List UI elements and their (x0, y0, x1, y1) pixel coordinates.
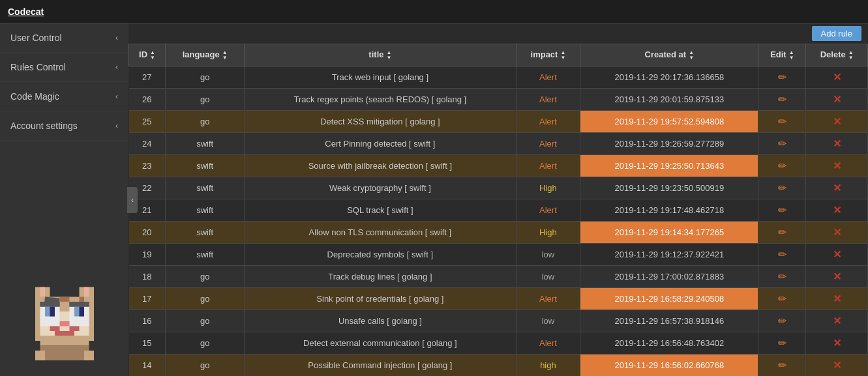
cell-created-at: 2019-11-29 16:57:38.918146 (580, 310, 758, 332)
col-title[interactable]: title▲▼ (245, 44, 516, 66)
cell-edit[interactable]: ✏ (758, 354, 806, 376)
cell-created-at: 2019-11-29 19:25:50.713643 (580, 154, 758, 177)
edit-button[interactable]: ✏ (774, 358, 790, 373)
delete-button[interactable]: ✕ (829, 291, 845, 306)
svg-rect-22 (69, 326, 79, 332)
delete-button[interactable]: ✕ (829, 269, 845, 284)
col-impact[interactable]: impact▲▼ (516, 44, 580, 66)
edit-button[interactable]: ✏ (774, 114, 790, 129)
cell-edit[interactable]: ✏ (758, 132, 806, 154)
edit-button[interactable]: ✏ (774, 291, 790, 306)
table-wrapper[interactable]: ID▲▼language▲▼title▲▼impact▲▼Created at▲… (128, 44, 868, 376)
cell-delete[interactable]: ✕ (806, 199, 868, 221)
sort-arrows-icon: ▲▼ (848, 50, 854, 61)
cell-delete[interactable]: ✕ (806, 66, 868, 88)
sort-arrows-icon: ▲▼ (222, 50, 228, 61)
cell-impact: Alert (516, 199, 580, 221)
cell-edit[interactable]: ✏ (758, 154, 806, 177)
chevron-icon: ‹ (115, 92, 118, 101)
svg-rect-24 (40, 336, 89, 346)
delete-button[interactable]: ✕ (829, 203, 845, 218)
col-edit[interactable]: Edit▲▼ (758, 44, 806, 66)
svg-rect-15 (50, 307, 55, 317)
table-head: ID▲▼language▲▼title▲▼impact▲▼Created at▲… (129, 44, 868, 66)
edit-button[interactable]: ✏ (774, 92, 790, 107)
cell-edit[interactable]: ✏ (758, 332, 806, 354)
add-rule-button[interactable]: Add rule (812, 26, 861, 41)
cell-delete[interactable]: ✕ (806, 265, 868, 287)
edit-button[interactable]: ✏ (774, 225, 790, 240)
table-row: 17goSink point of credentials [ golang ]… (129, 287, 868, 310)
edit-button[interactable]: ✏ (774, 313, 790, 328)
cell-delete[interactable]: ✕ (806, 354, 868, 376)
col-delete[interactable]: Delete▲▼ (806, 44, 868, 66)
cell-edit[interactable]: ✏ (758, 110, 806, 132)
table-row: 15goDetect external communication [ gola… (129, 332, 868, 354)
sort-arrows-icon: ▲▼ (560, 50, 565, 61)
delete-button[interactable]: ✕ (829, 225, 845, 240)
edit-button[interactable]: ✏ (774, 158, 790, 173)
cell-impact: low (516, 265, 580, 287)
delete-button[interactable]: ✕ (829, 313, 845, 328)
edit-button[interactable]: ✏ (774, 136, 790, 151)
delete-button[interactable]: ✕ (829, 158, 845, 173)
cell-edit[interactable]: ✏ (758, 243, 806, 265)
edit-button[interactable]: ✏ (774, 70, 790, 85)
cell-edit[interactable]: ✏ (758, 265, 806, 287)
cell-title: Source with jailbreak detection [ swift … (245, 154, 516, 177)
cell-impact: High (516, 177, 580, 199)
cell-title: Weak cryptography [ swift ] (245, 177, 516, 199)
edit-button[interactable]: ✏ (774, 203, 790, 218)
edit-button[interactable]: ✏ (774, 336, 790, 351)
delete-button[interactable]: ✕ (829, 358, 845, 373)
col-language[interactable]: language▲▼ (166, 44, 245, 66)
delete-button[interactable]: ✕ (829, 70, 845, 85)
delete-button[interactable]: ✕ (829, 92, 845, 107)
cell-edit[interactable]: ✏ (758, 287, 806, 310)
cell-delete[interactable]: ✕ (806, 154, 868, 177)
cell-delete[interactable]: ✕ (806, 110, 868, 132)
edit-button[interactable]: ✏ (774, 181, 790, 195)
svg-rect-23 (55, 331, 74, 336)
delete-button[interactable]: ✕ (829, 181, 845, 195)
cell-edit[interactable]: ✏ (758, 310, 806, 332)
edit-button[interactable]: ✏ (774, 269, 790, 284)
sort-arrows-icon: ▲▼ (789, 50, 794, 61)
cell-id: 24 (129, 132, 166, 154)
app-title[interactable]: Codecat (8, 7, 44, 17)
col-id[interactable]: ID▲▼ (129, 44, 166, 66)
cell-language: go (166, 110, 245, 132)
cell-delete[interactable]: ✕ (806, 177, 868, 199)
sidebar-toggle[interactable]: ‹ (127, 187, 138, 213)
sidebar-item-rules-control[interactable]: Rules Control‹ (0, 53, 128, 82)
delete-button[interactable]: ✕ (829, 247, 845, 262)
cell-delete[interactable]: ✕ (806, 221, 868, 243)
sidebar-item-user-control[interactable]: User Control‹ (0, 23, 128, 53)
cell-edit[interactable]: ✏ (758, 66, 806, 88)
cell-delete[interactable]: ✕ (806, 88, 868, 110)
edit-button[interactable]: ✏ (774, 247, 790, 262)
col-created_at[interactable]: Created at▲▼ (580, 44, 758, 66)
cell-id: 26 (129, 88, 166, 110)
col-label: Delete (820, 50, 846, 59)
cell-delete[interactable]: ✕ (806, 132, 868, 154)
delete-button[interactable]: ✕ (829, 114, 845, 129)
cell-delete[interactable]: ✕ (806, 310, 868, 332)
cell-delete[interactable]: ✕ (806, 243, 868, 265)
delete-button[interactable]: ✕ (829, 336, 845, 351)
cell-id: 19 (129, 243, 166, 265)
cell-impact: Alert (516, 88, 580, 110)
sidebar-item-account-settings[interactable]: Account settings‹ (0, 111, 128, 141)
cell-language: go (166, 66, 245, 88)
cell-edit[interactable]: ✏ (758, 199, 806, 221)
cell-delete[interactable]: ✕ (806, 287, 868, 310)
cell-edit[interactable]: ✏ (758, 221, 806, 243)
sidebar-item-code-magic[interactable]: Code Magic‹ (0, 82, 128, 111)
cell-delete[interactable]: ✕ (806, 332, 868, 354)
cell-title: Track debug lines [ golang ] (245, 265, 516, 287)
cell-title: Detect XSS mitigation [ golang ] (245, 110, 516, 132)
cell-edit[interactable]: ✏ (758, 88, 806, 110)
delete-button[interactable]: ✕ (829, 136, 845, 151)
cell-edit[interactable]: ✏ (758, 177, 806, 199)
cell-language: swift (166, 199, 245, 221)
